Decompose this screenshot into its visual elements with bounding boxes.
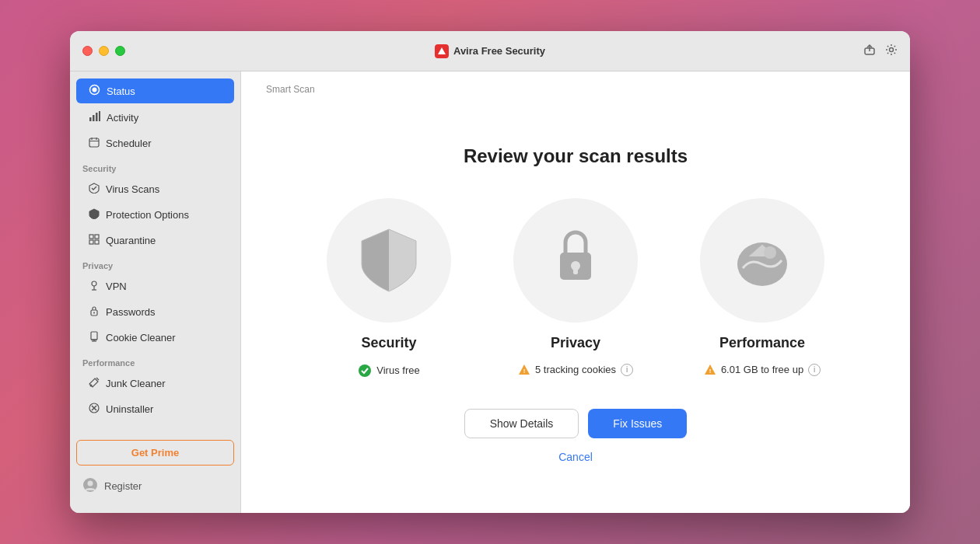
main-panel: Smart Scan Review your scan results — [241, 71, 910, 513]
sidebar-item-cookie-cleaner-label: Cookie Cleaner — [106, 332, 176, 343]
status-icon — [89, 84, 100, 98]
app-icon — [435, 44, 449, 58]
svg-rect-8 — [96, 113, 98, 121]
get-prime-button[interactable]: Get Prime — [76, 440, 234, 466]
privacy-card-status: ! 5 tracking cookies i — [518, 364, 633, 376]
sidebar-item-protection-options[interactable]: Protection Options — [76, 203, 234, 227]
activity-icon — [89, 110, 100, 124]
scan-title: Review your scan results — [464, 145, 688, 167]
privacy-section-label: Privacy — [70, 253, 240, 274]
svg-rect-14 — [89, 235, 93, 239]
privacy-card-label: Privacy — [551, 335, 600, 351]
register-icon — [82, 477, 98, 495]
sidebar-item-junk-cleaner[interactable]: Junk Cleaner — [76, 371, 234, 396]
sidebar-item-activity[interactable]: Activity — [76, 105, 234, 130]
sidebar-bottom: Get Prime Register — [70, 434, 240, 507]
minimize-button[interactable] — [99, 46, 109, 56]
svg-text:!: ! — [523, 368, 526, 375]
svg-point-22 — [93, 312, 95, 314]
sidebar-item-quarantine[interactable]: Quarantine — [76, 228, 234, 253]
sidebar-item-uninstaller-label: Uninstaller — [106, 403, 153, 415]
svg-point-5 — [93, 88, 97, 92]
virus-scans-icon — [89, 183, 100, 196]
sidebar: Status Activity — [70, 71, 241, 513]
sidebar-item-vpn[interactable]: VPN — [76, 274, 234, 298]
maximize-button[interactable] — [115, 46, 125, 56]
svg-rect-10 — [89, 138, 99, 147]
performance-section-label: Performance — [70, 350, 240, 371]
security-section-label: Security — [70, 156, 240, 176]
junk-cleaner-icon — [89, 377, 100, 390]
close-button[interactable] — [82, 46, 93, 56]
cookie-cleaner-icon — [89, 331, 100, 344]
performance-card-status: ! 6.01 GB to free up i — [704, 364, 821, 376]
svg-point-3 — [890, 47, 894, 51]
gear-icon[interactable] — [885, 44, 898, 59]
security-card-status: Virus free — [358, 364, 419, 378]
fix-issues-button[interactable]: Fix Issues — [588, 409, 687, 438]
sidebar-item-quarantine-label: Quarantine — [106, 235, 156, 246]
sidebar-item-scheduler[interactable]: Scheduler — [76, 131, 234, 155]
sidebar-item-virus-scans[interactable]: Virus Scans — [76, 177, 234, 201]
security-card: Security Virus free — [311, 198, 467, 378]
passwords-icon — [89, 305, 100, 319]
titlebar: Avira Free Security — [70, 31, 910, 71]
svg-rect-9 — [99, 111, 100, 121]
app-window: Avira Free Security — [70, 31, 910, 513]
sidebar-item-passwords[interactable]: Passwords — [76, 300, 234, 324]
svg-rect-17 — [95, 240, 99, 244]
sidebar-item-status-label: Status — [107, 85, 135, 97]
privacy-info-icon[interactable]: i — [621, 364, 633, 376]
protection-icon — [89, 208, 100, 221]
share-icon[interactable] — [863, 44, 876, 59]
sidebar-item-passwords-label: Passwords — [106, 306, 156, 318]
performance-card: Performance ! 6.01 GB to free up i — [684, 198, 840, 378]
sidebar-item-status[interactable]: Status — [76, 78, 234, 103]
privacy-status-text: 5 tracking cookies — [535, 364, 616, 375]
privacy-icon-circle — [513, 198, 638, 323]
sidebar-item-scheduler-label: Scheduler — [106, 138, 152, 149]
svg-point-27 — [90, 385, 93, 387]
traffic-lights — [82, 46, 125, 56]
sidebar-item-activity-label: Activity — [107, 112, 138, 124]
sidebar-item-uninstaller[interactable]: Uninstaller — [76, 397, 234, 421]
sidebar-item-protection-label: Protection Options — [106, 209, 189, 221]
action-buttons: Show Details Fix Issues — [464, 409, 688, 438]
svg-rect-16 — [89, 240, 93, 244]
titlebar-center: Avira Free Security — [435, 44, 545, 58]
svg-rect-6 — [89, 117, 92, 121]
svg-marker-0 — [438, 47, 446, 54]
svg-point-18 — [92, 281, 96, 286]
register-item[interactable]: Register — [76, 472, 234, 500]
svg-rect-23 — [91, 332, 97, 340]
cancel-link[interactable]: Cancel — [558, 451, 593, 463]
scheduler-icon — [89, 137, 100, 150]
cards-row: Security Virus free — [311, 198, 840, 378]
svg-point-32 — [88, 481, 93, 486]
app-title: Avira Free Security — [453, 45, 545, 57]
svg-text:!: ! — [709, 368, 712, 375]
vpn-icon — [89, 280, 100, 293]
sidebar-item-vpn-label: VPN — [106, 281, 127, 292]
svg-rect-15 — [95, 235, 99, 239]
security-status-text: Virus free — [376, 364, 419, 376]
sidebar-item-junk-cleaner-label: Junk Cleaner — [106, 378, 166, 389]
privacy-card: Privacy ! 5 tracking cookies i — [498, 198, 653, 378]
performance-info-icon[interactable]: i — [808, 364, 821, 376]
svg-point-33 — [359, 364, 371, 377]
performance-icon-circle — [700, 198, 824, 323]
sidebar-item-cookie-cleaner[interactable]: Cookie Cleaner — [76, 326, 234, 350]
show-details-button[interactable]: Show Details — [464, 409, 579, 438]
performance-status-text: 6.01 GB to free up — [721, 364, 803, 375]
performance-card-label: Performance — [719, 335, 805, 351]
security-icon-circle — [327, 198, 451, 323]
uninstaller-icon — [89, 403, 100, 416]
security-card-label: Security — [361, 335, 416, 351]
breadcrumb: Smart Scan — [241, 71, 910, 95]
sidebar-item-virus-scans-label: Virus Scans — [106, 183, 159, 195]
quarantine-icon — [89, 234, 100, 247]
content-area: Status Activity — [70, 71, 910, 513]
svg-rect-7 — [93, 115, 95, 121]
svg-point-40 — [764, 246, 776, 259]
register-label: Register — [104, 480, 142, 492]
